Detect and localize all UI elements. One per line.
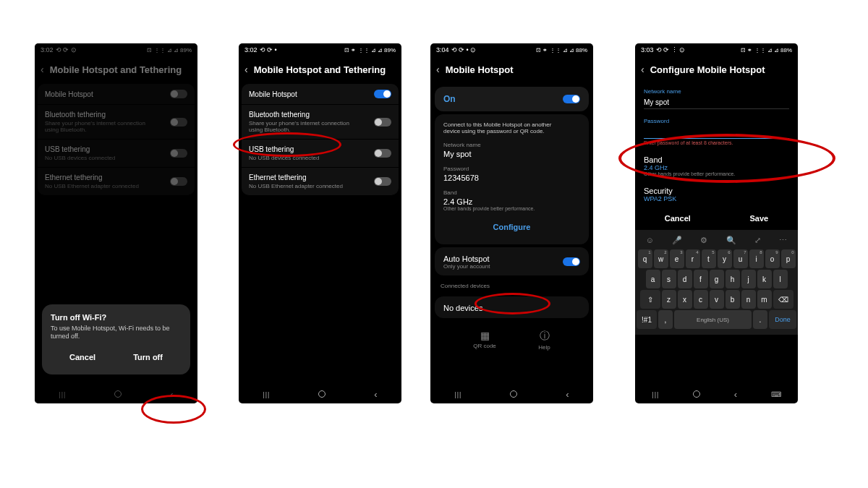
toggle[interactable] — [170, 177, 187, 186]
save-button[interactable]: Save — [749, 214, 768, 223]
key-shift[interactable]: ⇧ — [640, 290, 660, 309]
mic-icon[interactable]: 🎤 — [672, 236, 682, 245]
toggle[interactable] — [170, 118, 187, 127]
status-time: 3:02 — [41, 46, 54, 53]
key-h[interactable]: h — [726, 270, 740, 288]
gear-icon[interactable]: ⚙ — [700, 236, 707, 245]
toggle[interactable] — [374, 118, 391, 127]
nav-back-icon[interactable]: ‹ — [566, 389, 569, 400]
nav-recent-icon[interactable] — [59, 390, 66, 398]
key-comma[interactable]: , — [658, 310, 673, 329]
key-o[interactable]: o9 — [765, 249, 780, 268]
nav-back-icon[interactable]: ‹ — [170, 389, 173, 400]
key-k[interactable]: k — [757, 270, 772, 288]
more-icon[interactable]: ⋯ — [779, 236, 787, 245]
key-y[interactable]: y6 — [718, 249, 732, 268]
key-done[interactable]: Done — [769, 310, 796, 329]
back-icon[interactable]: ‹ — [641, 64, 644, 75]
key-g[interactable]: g — [710, 270, 724, 288]
setting-bluetooth-tethering[interactable]: Bluetooth tetheringShare your phone's in… — [38, 104, 195, 139]
search-icon[interactable]: 🔍 — [726, 236, 736, 245]
key-i[interactable]: i8 — [749, 249, 764, 268]
emoji-icon[interactable]: ☺ — [646, 236, 654, 245]
help-button[interactable]: ⓘ Help — [538, 330, 550, 351]
nav-recent-icon[interactable] — [263, 390, 270, 398]
setting-ethernet-tethering[interactable]: Ethernet tetheringNo USB Ethernet adapte… — [38, 167, 195, 195]
configure-button[interactable]: Configure — [443, 215, 580, 239]
password-input[interactable] — [644, 126, 789, 139]
key-r[interactable]: r4 — [686, 249, 700, 268]
setting-mobile-hotspot[interactable]: Mobile Hotspot — [242, 84, 399, 104]
key-b[interactable]: b — [726, 290, 740, 309]
keyboard-hide-icon[interactable]: ⌨ — [771, 390, 781, 398]
toggle[interactable] — [170, 149, 187, 158]
nav-home-icon[interactable] — [318, 390, 326, 398]
setting-usb-tethering[interactable]: USB tetheringNo USB devices connected — [38, 139, 195, 167]
key-f[interactable]: f — [694, 270, 708, 288]
hotspot-on-row[interactable]: On — [435, 87, 589, 111]
key-symbols[interactable]: !#1 — [637, 310, 657, 329]
key-period[interactable]: . — [753, 310, 767, 329]
key-space[interactable]: English (US) — [674, 310, 752, 329]
toggle[interactable] — [374, 149, 391, 158]
key-backspace[interactable]: ⌫ — [773, 290, 793, 309]
status-notif-icons: ⟲ ⟳ • — [260, 46, 277, 53]
security-label: Security — [644, 187, 789, 195]
band-value[interactable]: 2.4 GHz — [644, 164, 789, 171]
key-l[interactable]: l — [773, 270, 788, 288]
qr-code-button[interactable]: ▦ QR code — [473, 330, 496, 351]
key-e[interactable]: e3 — [670, 249, 684, 268]
toggle[interactable] — [374, 90, 391, 98]
key-c[interactable]: c — [694, 290, 708, 309]
key-z[interactable]: z — [662, 290, 676, 309]
cancel-button[interactable]: Cancel — [61, 348, 104, 366]
auto-hotspot-row[interactable]: Auto Hotspot Only your account — [435, 247, 589, 275]
connect-instructions: Connect to this Mobile Hotspot on anothe… — [443, 121, 552, 134]
setting-mobile-hotspot[interactable]: Mobile Hotspot — [38, 84, 195, 104]
status-bar: 3:04⟲ ⟳ • ⊙ ⊡ ⚭ ⋮⋮ ⊿ ⊿88% — [430, 43, 593, 56]
soft-keyboard[interactable]: ☺ 🎤 ⚙ 🔍 ⤢ ⋯ q1w2e3r4t5y6u7i8o9p0 asdfghj… — [635, 230, 798, 335]
cancel-button[interactable]: Cancel — [665, 214, 691, 223]
key-d[interactable]: d — [678, 270, 692, 288]
security-value[interactable]: WPA2 PSK — [644, 195, 789, 202]
key-m[interactable]: m — [757, 290, 772, 309]
back-icon[interactable]: ‹ — [244, 64, 248, 75]
toggle[interactable] — [563, 257, 580, 266]
title-bar: ‹ Mobile Hotspot and Tethering — [35, 56, 197, 84]
key-s[interactable]: s — [662, 270, 676, 288]
action-row: Cancel Save — [635, 207, 798, 230]
key-w[interactable]: w2 — [654, 249, 668, 268]
key-x[interactable]: x — [678, 290, 692, 309]
network-name-input[interactable] — [644, 96, 789, 109]
network-name-value: My spot — [443, 150, 580, 158]
setting-usb-tethering[interactable]: USB tetheringNo USB devices connected — [242, 139, 399, 167]
nav-back-icon[interactable]: ‹ — [734, 389, 737, 400]
nav-recent-icon[interactable] — [652, 390, 659, 398]
expand-icon[interactable]: ⤢ — [754, 236, 761, 245]
page-title: Configure Mobile Hotspot — [650, 64, 765, 75]
nav-home-icon[interactable] — [114, 390, 122, 398]
nav-home-icon[interactable] — [510, 390, 517, 398]
status-signal-icons: ⊡ ⚭ ⋮⋮ ⊿ ⊿ — [536, 47, 574, 53]
key-p[interactable]: p0 — [781, 249, 796, 268]
turn-off-button[interactable]: Turn off — [124, 348, 171, 366]
back-icon[interactable]: ‹ — [436, 64, 440, 75]
toggle[interactable] — [374, 177, 391, 186]
key-u[interactable]: u7 — [733, 249, 748, 268]
key-j[interactable]: j — [741, 270, 756, 288]
page-title: Mobile Hotspot and Tethering — [254, 64, 386, 75]
setting-bluetooth-tethering[interactable]: Bluetooth tetheringShare your phone's in… — [242, 104, 399, 139]
setting-ethernet-tethering[interactable]: Ethernet tetheringNo USB Ethernet adapte… — [242, 167, 399, 195]
toggle[interactable] — [170, 90, 187, 98]
nav-recent-icon[interactable] — [454, 390, 461, 398]
key-n[interactable]: n — [741, 290, 756, 309]
nav-back-icon[interactable]: ‹ — [374, 389, 377, 400]
key-q[interactable]: q1 — [638, 249, 652, 268]
toggle[interactable] — [563, 95, 580, 103]
key-t[interactable]: t5 — [702, 249, 716, 268]
back-icon[interactable]: ‹ — [41, 64, 44, 75]
status-time: 3:02 — [244, 46, 258, 53]
key-v[interactable]: v — [710, 290, 724, 309]
key-a[interactable]: a — [646, 270, 660, 288]
nav-home-icon[interactable] — [693, 390, 700, 398]
